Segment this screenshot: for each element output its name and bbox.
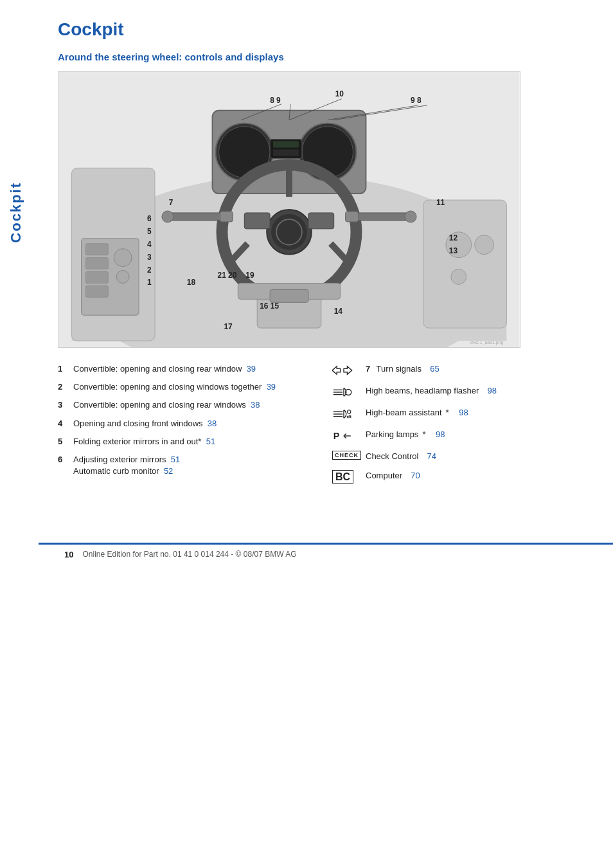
main-content: Cockpit Around the steering wheel: contr… — [39, 0, 613, 530]
svg-text:9 8: 9 8 — [411, 96, 422, 105]
svg-text:14: 14 — [334, 307, 343, 316]
svg-rect-6 — [85, 258, 108, 269]
svg-marker-67 — [344, 366, 352, 375]
list-item: 5 Folding exterior mirrors in and out* 5… — [58, 436, 313, 448]
svg-rect-18 — [273, 149, 299, 156]
svg-text:18: 18 — [187, 278, 196, 287]
list-item: 3 Convertible: opening and closing rear … — [58, 399, 313, 411]
svg-text:P: P — [333, 431, 340, 441]
svg-rect-28 — [220, 212, 233, 222]
page-title: Cockpit — [58, 19, 587, 40]
right-item-computer: BC Computer 70 — [332, 470, 587, 484]
list-item: 2 Convertible: opening and closing windo… — [58, 381, 313, 393]
svg-point-27 — [162, 211, 173, 222]
footer-page-number: 10 — [64, 550, 73, 559]
list-item: 4 Opening and closing front windows 38 — [58, 418, 313, 429]
svg-point-39 — [451, 269, 466, 285]
svg-text:2: 2 — [147, 266, 152, 275]
svg-rect-32 — [244, 213, 270, 229]
svg-rect-36 — [423, 200, 506, 328]
right-item-turn-signals: 7 Turn signals 65 — [332, 363, 587, 377]
svg-point-77 — [347, 410, 350, 413]
steering-wheel-diagram: VHZ-1_aa01.png 8 9 10 9 8 7 11 12 13 6 5… — [58, 71, 520, 348]
svg-text:7: 7 — [169, 198, 173, 207]
svg-text:8 9: 8 9 — [270, 96, 281, 105]
svg-marker-66 — [332, 366, 341, 375]
section-heading: Around the steering wheel: controls and … — [58, 51, 587, 62]
item-lists: 1 Convertible: opening and closing rear … — [58, 363, 587, 491]
svg-rect-33 — [308, 213, 334, 229]
svg-point-9 — [114, 249, 132, 267]
svg-point-38 — [475, 235, 494, 255]
svg-text:10: 10 — [335, 89, 344, 98]
right-item-check-control: CHECK Check Control 74 — [332, 451, 587, 462]
svg-rect-5 — [85, 244, 108, 255]
right-item-parking-lamps: P Parking lamps* 98 — [332, 429, 587, 443]
svg-rect-8 — [85, 285, 108, 297]
svg-text:17: 17 — [224, 322, 233, 331]
check-label: CHECK — [332, 451, 361, 460]
high-beams-icon — [332, 385, 355, 399]
svg-point-30 — [405, 211, 416, 222]
svg-text:6: 6 — [147, 214, 152, 223]
right-item-list: 7 Turn signals 65 — [332, 363, 587, 491]
high-beam-assistant-icon — [332, 407, 355, 421]
svg-text:1: 1 — [147, 278, 152, 287]
svg-text:VHZ-1_aa01.png: VHZ-1_aa01.png — [469, 340, 503, 345]
svg-text:12: 12 — [449, 233, 458, 242]
svg-text:3: 3 — [147, 253, 152, 262]
svg-text:16 15: 16 15 — [260, 302, 279, 311]
svg-text:11: 11 — [436, 198, 445, 207]
turn-signals-icon — [332, 363, 355, 377]
list-item: 6 Adjusting exterior mirrors 51 Automati… — [58, 454, 313, 477]
footer-text: Online Edition for Part no. 01 41 0 014 … — [82, 550, 296, 559]
sidebar-label: Cockpit — [0, 116, 32, 309]
left-item-list: 1 Convertible: opening and closing rear … — [58, 363, 313, 491]
right-item-high-beams: High beams, headlamp flasher 98 — [332, 385, 587, 399]
svg-rect-26 — [168, 213, 222, 221]
svg-rect-7 — [85, 272, 108, 284]
right-item-high-beam-assistant: High-beam assistant* 98 — [332, 407, 587, 421]
svg-text:13: 13 — [449, 246, 458, 255]
svg-text:19: 19 — [245, 271, 254, 280]
parking-lamps-icon: P — [332, 429, 355, 443]
svg-rect-17 — [273, 141, 299, 147]
svg-rect-29 — [357, 213, 411, 221]
svg-point-10 — [116, 271, 129, 284]
bc-label: BC — [332, 470, 353, 484]
list-item: 1 Convertible: opening and closing rear … — [58, 363, 313, 375]
footer: 10 Online Edition for Part no. 01 41 0 0… — [39, 543, 613, 559]
svg-rect-40 — [270, 289, 308, 302]
svg-text:5: 5 — [147, 227, 152, 236]
svg-rect-31 — [346, 212, 359, 222]
svg-text:4: 4 — [147, 240, 152, 249]
svg-text:21 20: 21 20 — [218, 271, 237, 280]
